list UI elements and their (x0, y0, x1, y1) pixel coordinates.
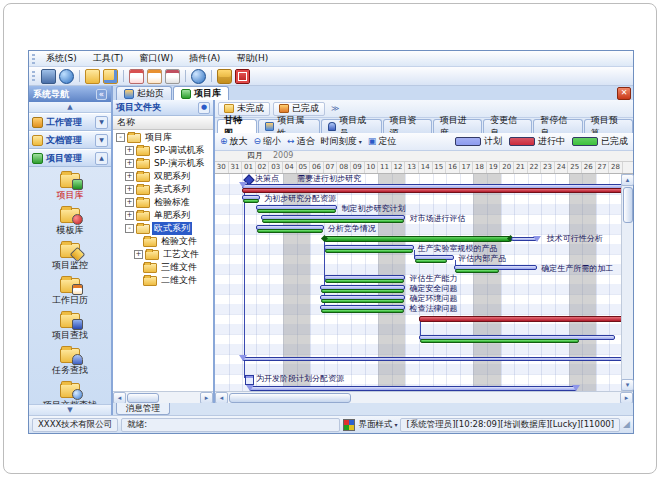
tree-item-11[interactable]: 二维文件 (113, 274, 213, 287)
sidebar-item-doc-search[interactable]: 项目文档查找 (29, 380, 111, 404)
gantt-tool-4[interactable]: ▣定位 (368, 135, 397, 148)
scroll-right-icon[interactable]: ▸ (200, 392, 213, 404)
calendar-edit-icon[interactable] (147, 69, 162, 84)
task-done-bar[interactable] (455, 269, 499, 273)
summary-plan-bar[interactable] (242, 357, 621, 361)
tree-item-2[interactable]: +SP-演示机系 (113, 157, 213, 170)
help-icon[interactable] (191, 69, 206, 84)
task-done-bar[interactable] (325, 249, 413, 253)
gantt-hscroll-thumb[interactable] (229, 393, 351, 403)
resize-grip-icon[interactable]: ◢ (623, 420, 630, 429)
gantt-vscroll-thumb[interactable] (623, 187, 633, 223)
menu-item-3[interactable]: 插件(A) (181, 51, 228, 66)
task-done-bar[interactable] (415, 259, 448, 263)
expand-icon[interactable]: + (125, 211, 134, 220)
open-folder-icon[interactable] (85, 69, 100, 84)
sidebar-item-project-library[interactable]: 项目库 (29, 170, 111, 205)
menu-item-2[interactable]: 窗口(W) (131, 51, 181, 66)
menu-item-4[interactable]: 帮助(H) (228, 51, 276, 66)
exit-icon[interactable] (235, 69, 250, 84)
tree-item-4[interactable]: +美式系列 (113, 183, 213, 196)
monitor-icon[interactable] (41, 69, 56, 84)
gantt-tool-0[interactable]: ⊕放大 (220, 135, 248, 148)
task-done-bar[interactable] (420, 339, 579, 343)
tree-item-9[interactable]: +工艺文件 (113, 248, 213, 261)
detail-tab-1[interactable]: 项目属性 (258, 119, 319, 133)
sidebar-group-2[interactable]: 项目管理▲ (29, 149, 111, 167)
expand-icon[interactable]: + (125, 185, 134, 194)
scroll-up-icon[interactable]: ▴ (621, 174, 634, 186)
sidebar-overflow-button[interactable]: ▼ (29, 404, 111, 415)
tree-item-7[interactable]: -欧式系列 (113, 222, 213, 235)
task-done-bar[interactable] (325, 279, 405, 283)
lock-icon[interactable] (217, 69, 232, 84)
summary-done-bar[interactable] (324, 236, 512, 242)
sidebar-item-task-search[interactable]: 任务查找 (29, 345, 111, 380)
scroll-left-icon[interactable]: ◂ (215, 392, 228, 404)
sidebar-group-0[interactable]: 工作管理▼ (29, 113, 111, 131)
resource-note-icon[interactable] (245, 375, 254, 385)
chevron-down-icon[interactable]: ▼ (95, 116, 108, 129)
scroll-left-icon[interactable]: ◂ (113, 392, 126, 404)
globe-icon[interactable] (59, 69, 74, 84)
expand-icon[interactable]: + (125, 172, 134, 181)
task-done-bar[interactable] (262, 219, 404, 223)
message-management-tab[interactable]: 消息管理 (116, 403, 170, 415)
interface-style-selector[interactable]: 界面样式▾ (358, 419, 397, 431)
collapse-icon[interactable]: - (116, 133, 125, 142)
sidebar-item-project-search[interactable]: 项目查找 (29, 310, 111, 345)
sidebar-item-template-library[interactable]: 模板库 (29, 205, 111, 240)
detail-tab-4[interactable]: 项目进度 (433, 119, 482, 133)
sidebar-group-1[interactable]: 文档管理▼ (29, 131, 111, 149)
task-done-bar[interactable] (321, 289, 405, 293)
tree-item-1[interactable]: +SP-调试机系 (113, 144, 213, 157)
collapse-icon[interactable]: - (125, 224, 134, 233)
gantt-tool-2[interactable]: ↔适合 (287, 135, 315, 148)
tree-item-5[interactable]: +检验标准 (113, 196, 213, 209)
menu-item-0[interactable]: 系统(S) (38, 51, 85, 66)
tree-item-10[interactable]: 三维文件 (113, 261, 213, 274)
tree-item-0[interactable]: -项目库 (113, 131, 213, 144)
task-done-bar[interactable] (321, 309, 405, 313)
tab-project-library[interactable]: 项目库 (173, 86, 229, 100)
chevron-down-icon[interactable]: ▼ (95, 134, 108, 147)
scroll-right-icon[interactable]: ▸ (620, 392, 633, 404)
tree-item-3[interactable]: +双肥系列 (113, 170, 213, 183)
sidebar-collapse-icon[interactable]: « (96, 89, 107, 100)
sidebar-scroll-up-button[interactable]: ▲ (29, 102, 111, 113)
detail-tab-5[interactable]: 变更信息 (483, 119, 532, 133)
calendar-del-icon[interactable] (165, 69, 180, 84)
detail-tab-7[interactable]: 项目预算 (584, 119, 633, 133)
tree-item-8[interactable]: 检验文件 (113, 235, 213, 248)
menu-item-1[interactable]: 工具(T) (85, 51, 132, 66)
task-done-bar[interactable] (257, 229, 323, 233)
detail-tab-3[interactable]: 项目资源 (383, 119, 432, 133)
sidebar-item-work-calendar[interactable]: 工作日历 (29, 275, 111, 310)
tree-hscroll-thumb[interactable] (127, 393, 159, 403)
close-icon[interactable]: ✕ (617, 87, 631, 100)
tab-start-page[interactable]: 起始页 (116, 86, 172, 100)
scroll-down-icon[interactable]: ▾ (621, 379, 634, 391)
chevron-up-icon[interactable]: ▲ (95, 152, 108, 165)
expand-icon[interactable]: + (134, 250, 143, 259)
pin-icon[interactable]: ● (198, 102, 210, 114)
expand-icon[interactable]: + (125, 159, 134, 168)
detail-tab-6[interactable]: 暂停信息 (533, 119, 582, 133)
detail-tab-0[interactable]: 甘特图 (217, 119, 257, 133)
tree-column-header[interactable]: 名称 (113, 116, 213, 130)
expand-icon[interactable]: + (125, 146, 134, 155)
expand-icon[interactable]: + (125, 198, 134, 207)
more-filters-icon[interactable]: ≫ (328, 104, 342, 113)
sidebar-item-project-monitor[interactable]: 项目监控 (29, 240, 111, 275)
summary-progress-bar[interactable] (242, 188, 621, 193)
task-done-bar[interactable] (243, 199, 259, 203)
folder-report-icon[interactable] (103, 69, 118, 84)
detail-tab-2[interactable]: 项目成员 (321, 119, 382, 133)
task-done-bar[interactable] (257, 209, 337, 213)
tree-item-6[interactable]: +单肥系列 (113, 209, 213, 222)
gantt-tool-1[interactable]: ⊖缩小 (254, 135, 282, 148)
task-done-bar[interactable] (321, 299, 405, 303)
phase-plan-bar[interactable] (249, 386, 577, 391)
gantt-tool-3[interactable]: 时间刻度▾ (321, 135, 362, 148)
progress-bar[interactable] (419, 316, 621, 322)
